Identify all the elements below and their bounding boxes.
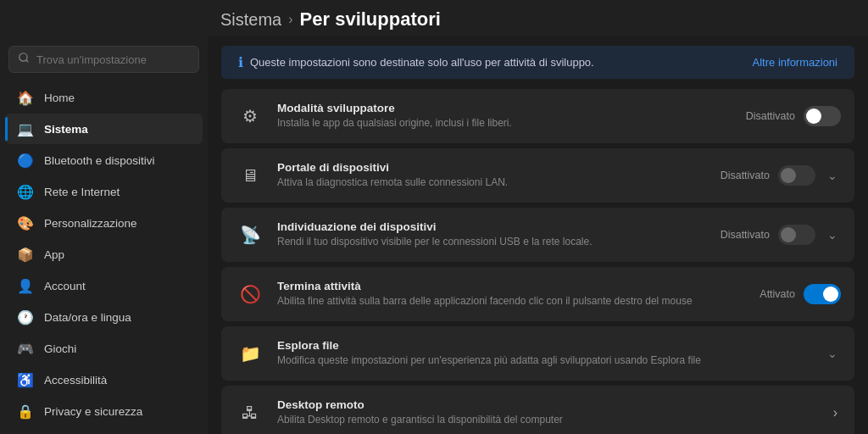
nav-label-rete: Rete e Internet [44,186,120,198]
setting-control-termina: Attivato [760,284,841,304]
nav-icon-sistema: 💻 [17,120,34,137]
setting-title-modalita: Modalità sviluppatore [277,102,734,114]
setting-title-desktop_remoto: Desktop remoto [277,398,818,411]
chevron-icon-portale[interactable]: ⌄ [824,165,841,186]
info-link[interactable]: Altre informazioni [753,56,837,69]
sidebar-item-giochi[interactable]: 🎮 Giochi [5,333,203,364]
sidebar-item-app[interactable]: 📦 App [5,239,203,270]
sidebar-item-rete[interactable]: 🌐 Rete e Internet [5,176,203,207]
settings-list: ⚙ Modalità sviluppatore Installa le app … [208,89,868,434]
toggle-termina[interactable] [804,284,841,304]
setting-control-modalita: Disattivato [746,106,841,126]
setting-row-modalita[interactable]: ⚙ Modalità sviluppatore Installa le app … [221,89,854,143]
nav-label-privacy: Privacy e sicurezza [44,405,142,418]
setting-icon-termina: 🚫 [235,279,265,309]
setting-title-esplora: Esplora file [277,339,812,352]
toggle-track-individuazione [778,225,815,245]
toggle-modalita[interactable] [804,106,841,126]
nav-label-giochi: Giochi [44,342,76,355]
setting-title-portale: Portale di dispositivi [277,161,709,174]
nav-label-bluetooth: Bluetooth e dispositivi [44,154,155,167]
nav-label-app: App [44,248,64,261]
setting-text-individuazione: Individuazione dei dispositivi Rendi il … [277,220,709,249]
toggle-track-termina [804,284,841,304]
setting-title-termina: Termina attività [277,280,748,292]
setting-control-desktop_remoto: › [830,402,841,424]
sidebar: 🏠 Home 💻 Sistema 🔵 Bluetooth e dispositi… [0,36,208,434]
setting-text-desktop_remoto: Desktop remoto Abilita Desktop remoto e … [277,398,818,427]
nav-icon-home: 🏠 [17,89,34,106]
nav-icon-privacy: 🔒 [17,403,34,420]
setting-desc-portale: Attiva la diagnostica remota sulle conne… [277,175,709,190]
chevron-icon-individuazione[interactable]: ⌄ [824,225,841,245]
setting-icon-portale: 🖥 [235,160,265,191]
setting-row-portale[interactable]: 🖥 Portale di dispositivi Attiva la diagn… [221,148,854,203]
sidebar-item-winupdate[interactable]: 🔄 Windows Update [5,427,203,434]
settings-content: ℹ Queste impostazioni sono destinate sol… [208,36,868,434]
nav-label-sistema: Sistema [44,123,88,136]
nav-label-accessibilita: Accessibilità [44,374,107,387]
setting-control-portale: Disattivato ⌄ [721,165,841,186]
setting-icon-esplora: 📁 [235,338,265,369]
nav-label-personalizzazione: Personalizzazione [44,217,137,230]
setting-control-esplora: ⌄ [824,343,841,364]
breadcrumb-current: Per sviluppatori [300,8,441,31]
svg-point-0 [19,53,27,61]
setting-row-termina[interactable]: 🚫 Termina attività Abilita fine attività… [221,267,854,321]
setting-icon-desktop_remoto: 🖧 [235,398,265,428]
setting-row-esplora[interactable]: 📁 Esplora file Modifica queste impostazi… [221,326,854,381]
sidebar-item-bluetooth[interactable]: 🔵 Bluetooth e dispositivi [5,145,203,175]
info-icon: ℹ [238,54,243,70]
breadcrumb-separator: › [288,12,292,27]
sidebar-item-privacy[interactable]: 🔒 Privacy e sicurezza [5,396,203,426]
setting-icon-modalita: ⚙ [235,101,265,131]
info-banner: ℹ Queste impostazioni sono destinate sol… [221,46,854,79]
sidebar-item-personalizzazione[interactable]: 🎨 Personalizzazione [5,208,203,238]
toggle-label-modalita: Disattivato [746,110,795,122]
setting-row-individuazione[interactable]: 📡 Individuazione dei dispositivi Rendi i… [221,208,854,262]
sidebar-item-home[interactable]: 🏠 Home [5,82,203,113]
nav-icon-rete: 🌐 [17,183,34,200]
search-input[interactable] [36,53,190,66]
toggle-label-termina: Attivato [760,288,795,300]
setting-text-modalita: Modalità sviluppatore Installa le app da… [277,102,734,131]
toggle-track-modalita [804,106,841,126]
nav-list: 🏠 Home 💻 Sistema 🔵 Bluetooth e dispositi… [0,81,208,434]
nav-icon-accessibilita: ♿ [17,371,34,388]
nav-label-home: Home [44,92,75,104]
setting-text-termina: Termina attività Abilita fine attività s… [277,280,748,309]
sidebar-item-accessibilita[interactable]: ♿ Accessibilità [5,364,203,395]
breadcrumb: Sistema › Per sviluppatori [220,8,851,31]
toggle-portale[interactable] [778,165,815,186]
breadcrumb-parent: Sistema [220,10,281,30]
toggle-thumb-individuazione [781,227,796,242]
sidebar-item-account[interactable]: 👤 Account [5,270,203,301]
main-layout: 🏠 Home 💻 Sistema 🔵 Bluetooth e dispositi… [0,36,868,434]
nav-label-account: Account [44,280,86,292]
toggle-individuazione[interactable] [778,225,815,245]
setting-control-individuazione: Disattivato ⌄ [721,225,841,245]
setting-desc-termina: Abilita fine attività sulla barra delle … [277,294,748,309]
setting-title-individuazione: Individuazione dei dispositivi [277,220,709,233]
nav-icon-datetime: 🕐 [17,309,34,326]
chevron-right-icon-desktop_remoto[interactable]: › [830,402,841,424]
setting-text-esplora: Esplora file Modifica queste impostazion… [277,339,812,368]
nav-icon-personalizzazione: 🎨 [17,214,34,231]
toggle-thumb-termina [823,287,838,302]
nav-icon-app: 📦 [17,246,34,263]
sidebar-item-datetime[interactable]: 🕐 Data/ora e lingua [5,302,203,332]
chevron-icon-esplora[interactable]: ⌄ [824,343,841,364]
setting-desc-desktop_remoto: Abilita Desktop remoto e garantisci la d… [277,413,818,427]
nav-icon-account: 👤 [17,277,34,294]
toggle-label-individuazione: Disattivato [721,229,770,241]
setting-icon-individuazione: 📡 [235,220,265,250]
setting-row-desktop_remoto[interactable]: 🖧 Desktop remoto Abilita Desktop remoto … [221,386,854,434]
search-box[interactable] [8,46,199,73]
toggle-label-portale: Disattivato [721,170,770,181]
nav-icon-giochi: 🎮 [17,340,34,357]
sidebar-item-sistema[interactable]: 💻 Sistema [5,114,203,144]
setting-text-portale: Portale di dispositivi Attiva la diagnos… [277,161,709,190]
info-banner-text: Queste impostazioni sono destinate solo … [250,56,594,69]
info-text-container: ℹ Queste impostazioni sono destinate sol… [238,54,594,70]
toggle-thumb-modalita [806,108,821,124]
